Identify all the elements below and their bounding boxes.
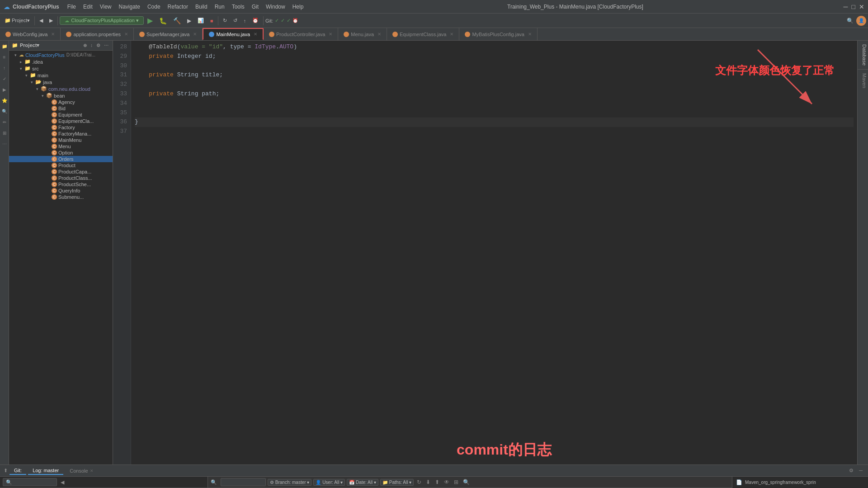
user-avatar[interactable]: 👤 [856,16,866,26]
code-editor[interactable]: 28 29 30 31 32 33 34 35 36 37 @TableId(v… [113,41,857,465]
rollback-btn[interactable]: ⏰ [250,17,261,24]
menu-edit[interactable]: Edit [80,3,96,11]
tree-option[interactable]: C Option [9,150,113,156]
left-icon-misc[interactable]: ⊞ [1,129,8,136]
toolbar-back-btn[interactable]: ◀ [37,17,46,24]
coverage-btn[interactable]: ▶ [184,17,194,25]
tree-bean[interactable]: ▾ 📦 bean [9,92,113,99]
code-content[interactable]: @TableId(value = "id", type = IdType.AUT… [131,41,857,465]
update2-btn[interactable]: ↺ [231,17,240,24]
tab-productcontroller-close[interactable]: ✕ [329,32,332,37]
git-log-search[interactable] [3,478,57,486]
left-icon-structure[interactable]: ≡ [1,53,8,61]
global-search-btn[interactable]: 🔍 [844,15,855,26]
bottom-tab-git[interactable]: Git: [9,467,26,475]
tree-orders[interactable]: C Orders [9,156,113,162]
update-btn[interactable]: ↻ [220,17,230,24]
menu-view[interactable]: View [96,3,115,11]
database-tab[interactable]: Database [858,41,868,70]
branch-filter[interactable]: ⚙ Branch: master ▾ [268,479,311,486]
fetch-btn[interactable]: ⬇ [425,479,432,486]
search-commits-btn[interactable]: 🔍 [462,479,471,486]
stop-btn[interactable]: ■ [208,17,216,24]
tab-supermanager-close[interactable]: ✕ [193,32,197,37]
user-filter[interactable]: 👤 User: All ▾ [313,479,345,486]
tab-productcontroller[interactable]: ProductController.java ✕ [264,28,338,40]
left-icon-project[interactable]: 📁 [1,42,8,50]
menu-file[interactable]: File [64,3,80,11]
tab-webconfig-close[interactable]: ✕ [51,32,55,37]
tab-menu[interactable]: Menu.java ✕ [338,28,387,40]
tree-agency[interactable]: C Agency [9,99,113,105]
profile-btn[interactable]: 📊 [195,17,207,24]
menu-help[interactable]: Help [289,3,307,11]
minimize-btn[interactable]: ─ [844,3,848,10]
bottom-tab-console[interactable]: Console ✕ [65,467,98,474]
menu-navigate[interactable]: Navigate [115,3,144,11]
bottom-tab-log[interactable]: Log: master [28,467,63,475]
menu-run[interactable]: Run [211,3,228,11]
tree-productsche[interactable]: C ProductSche... [9,181,113,188]
left-icon-more[interactable]: ⋯ [1,140,8,147]
menu-window[interactable]: Window [262,3,289,11]
expand-btn[interactable]: ⊞ [453,479,460,486]
tree-root[interactable]: ▾ ☁ CloudFactoryPlus D:\IDEA\Trai... [9,52,113,58]
proj-icon-add[interactable]: ⊕ [82,42,88,48]
tab-application[interactable]: application.properties ✕ [61,28,134,40]
maximize-btn[interactable]: □ [852,3,855,10]
build-btn[interactable]: 🔨 [170,16,184,25]
bottom-settings-btn[interactable]: ⚙ [847,467,855,474]
tab-equipmentclass-close[interactable]: ✕ [450,32,453,37]
toolbar-forward-btn[interactable]: ▶ [47,17,56,24]
tab-mainmenu-close[interactable]: ✕ [254,32,257,37]
git-log-collapse-btn[interactable]: ◀ [59,479,66,486]
menu-code[interactable]: Code [144,3,164,11]
tree-package[interactable]: ▾ 📦 com.neu.edu.cloud [9,85,113,92]
tree-src[interactable]: ▾ 📁 src [9,65,113,72]
tab-supermanager[interactable]: SuperManager.java ✕ [134,28,203,40]
tree-mainmenu[interactable]: C MainMenu [9,137,113,143]
push-btn[interactable]: ⬆ [434,479,441,486]
tree-main[interactable]: ▾ 📁 main [9,72,113,79]
console-tab-close[interactable]: ✕ [90,469,94,473]
tree-bid[interactable]: C Bid [9,105,113,112]
tree-equipmentcla[interactable]: C EquipmentCla... [9,118,113,124]
run-config-selector[interactable]: ☁ CloudFactoryPlusApplication ▾ [60,16,144,25]
proj-icon-collapse[interactable]: ↕ [89,42,94,48]
close-btn[interactable]: ✕ [859,3,864,10]
left-icon-run[interactable]: ▶ [1,86,8,93]
tab-mybatisplus-close[interactable]: ✕ [528,32,532,37]
maven-tab[interactable]: Maven [858,70,868,92]
tab-application-close[interactable]: ✕ [124,32,128,37]
left-icon-edit[interactable]: ✏ [1,118,8,126]
tree-queryinfo[interactable]: C QueryInfo [9,188,113,194]
run-btn[interactable]: ▶ [145,15,156,26]
menu-refactor[interactable]: Refactor [164,3,192,11]
tab-webconfig[interactable]: WebConfig.java ✕ [0,28,61,40]
tab-mybatisplus[interactable]: MyBatisPlusConfig.java ✕ [459,28,538,40]
menu-build[interactable]: Build [192,3,211,11]
tree-equipment[interactable]: C Equipment [9,112,113,118]
toolbar-project-btn[interactable]: 📁 Project▾ [2,17,33,24]
refresh-commits-btn[interactable]: ↻ [415,479,423,486]
tree-factorymana[interactable]: C FactoryMana... [9,131,113,137]
tree-productclass[interactable]: C ProductClass... [9,175,113,181]
tab-equipmentclass[interactable]: EquipmentClass.java ✕ [387,28,459,40]
tree-productcapa[interactable]: C ProductCapa... [9,169,113,175]
eye-btn[interactable]: 👁 [443,479,451,486]
tree-java[interactable]: ▾ 📂 java [9,79,113,85]
bottom-minimize-btn[interactable]: ─ [857,467,864,474]
tree-product[interactable]: C Product [9,162,113,169]
tab-mainmenu[interactable]: MainMenu.java ✕ [203,28,264,40]
paths-filter[interactable]: 📁 Paths: All ▾ [380,479,414,486]
tree-submenu[interactable]: C Submenu... [9,194,113,200]
debug-btn[interactable]: 🐛 [156,16,170,25]
commit-btn[interactable]: ↑ [241,17,249,24]
left-icon-git[interactable]: ↑ [1,64,8,71]
tree-idea[interactable]: ▸ 📁 .idea [9,58,113,65]
left-icon-search[interactable]: 🔍 [1,108,8,115]
proj-icon-gear[interactable]: ⋯ [103,42,110,48]
left-icon-commit[interactable]: ✓ [1,75,8,82]
commits-search-input[interactable] [221,478,266,486]
tab-menu-close[interactable]: ✕ [377,32,381,37]
